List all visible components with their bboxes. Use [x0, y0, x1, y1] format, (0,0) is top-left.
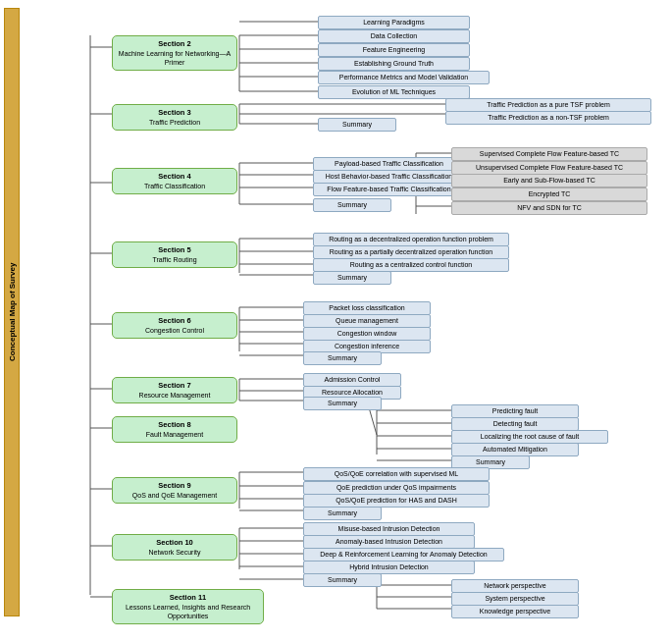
s9-child-4: Summary: [303, 507, 382, 520]
s2-child-4: Establishing Ground Truth: [318, 57, 470, 71]
section-2-sublabel: Machine Learning for Networking—A Primer: [118, 49, 232, 67]
s5-child-4: Summary: [313, 271, 391, 285]
section-2-label: Section 2: [118, 39, 232, 49]
s2-child-2: Data Collection: [318, 29, 470, 43]
section-6: Section 6 Congestion Control: [112, 312, 237, 339]
section-3-label: Section 3: [149, 108, 200, 118]
section-10: Section 10 Network Security: [112, 534, 237, 561]
s7-child-3: Summary: [303, 397, 382, 410]
s9-child-1: QoS/QoE correlation with supervised ML: [303, 467, 490, 481]
section-7-sublabel: Resource Management: [139, 391, 211, 400]
section-9: Section 9 QoS and QoE Management: [112, 477, 237, 504]
section-4-label: Section 4: [144, 172, 205, 182]
section-7: Section 7 Resource Management: [112, 377, 237, 403]
s11-child-3: Knowledge perspective: [451, 605, 579, 618]
section-4: Section 4 Traffic Classification: [112, 168, 237, 194]
s3-child-3: Summary: [318, 118, 396, 132]
section-5-label: Section 5: [152, 245, 196, 255]
diagram: Section 2 Machine Learning for Networkin…: [24, 8, 668, 616]
s4-child-4: Summary: [313, 198, 391, 212]
section-8: Section 8 Fault Management: [112, 416, 237, 443]
section-5-sublabel: Traffic Routing: [152, 255, 196, 264]
s4-grand-1: Supervised Complete Flow Feature-based T…: [451, 147, 647, 161]
section-8-label: Section 8: [146, 420, 203, 430]
section-2: Section 2 Machine Learning for Networkin…: [112, 35, 237, 71]
s2-child-3: Feature Engineering: [318, 43, 470, 57]
section-6-label: Section 6: [145, 316, 204, 326]
section-11-sublabel: Lessons Learned, Insights and Research O…: [118, 603, 258, 620]
section-10-label: Section 10: [149, 538, 201, 548]
s10-child-5: Summary: [303, 573, 382, 587]
section-8-sublabel: Fault Management: [146, 430, 203, 439]
section-5: Section 5 Traffic Routing: [112, 241, 237, 268]
s4-grand-5: NFV and SDN for TC: [451, 201, 647, 215]
section-9-sublabel: QoS and QoE Management: [132, 491, 217, 500]
section-4-sublabel: Traffic Classification: [144, 182, 205, 190]
main-container: Conceptual Map of Survey: [0, 0, 672, 624]
s4-grand-4: Encrypted TC: [451, 187, 647, 201]
s6-child-5: Summary: [303, 351, 382, 365]
section-3-sublabel: Traffic Prediction: [149, 118, 200, 127]
section-10-sublabel: Network Security: [149, 548, 201, 557]
section-11-label: Section 11: [118, 593, 258, 603]
section-11: Section 11 Lessons Learned, Insights and…: [112, 589, 264, 624]
s3-child-2: Traffic Prediction as a non-TSF problem: [445, 111, 651, 125]
section-3: Section 3 Traffic Prediction: [112, 104, 237, 131]
s4-child-3: Flow Feature-based Traffic Classificatio…: [313, 183, 465, 196]
s4-grand-3: Early and Sub-Flow-based TC: [451, 174, 647, 187]
s2-child-5: Performance Metrics and Model Validation: [318, 71, 490, 84]
vertical-label: Conceptual Map of Survey: [4, 8, 20, 616]
s2-child-1: Learning Paradigms: [318, 16, 470, 29]
section-9-label: Section 9: [132, 481, 217, 491]
section-7-label: Section 7: [139, 381, 211, 391]
section-6-sublabel: Congestion Control: [145, 326, 204, 335]
